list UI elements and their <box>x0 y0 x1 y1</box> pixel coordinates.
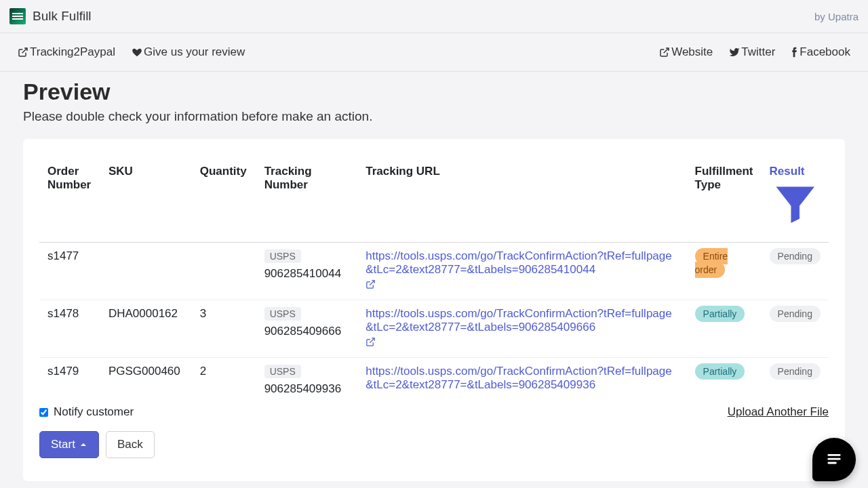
tracking-number: 906285409666 <box>264 325 350 338</box>
svg-line-2 <box>370 281 374 285</box>
cell-fulfillment-type: Entire order <box>687 243 762 300</box>
cell-tracking-url: https://tools.usps.com/go/TrackConfirmAc… <box>357 358 686 403</box>
cell-result: Pending <box>762 300 829 358</box>
app-title: Bulk Fulfill <box>33 9 92 24</box>
result-badge: Pending <box>770 363 821 380</box>
result-badge: Pending <box>770 248 821 264</box>
th-quantity: Quantity <box>192 158 256 243</box>
twitter-icon <box>729 47 740 58</box>
nav-left: Tracking2Paypal Give us your review <box>18 45 245 59</box>
th-tracking-url: Tracking URL <box>357 158 686 243</box>
svg-line-0 <box>22 48 27 53</box>
back-button[interactable]: Back <box>106 431 155 458</box>
cell-quantity: 2 <box>192 358 256 403</box>
preview-card: Order Number SKU Quantity Tracking Numbe… <box>23 139 845 481</box>
app-logo-icon <box>9 8 26 24</box>
cell-fulfillment-type: Partially <box>687 358 762 403</box>
cell-order: s1478 <box>39 300 100 358</box>
footer-row: Notify customer Upload Another File <box>39 405 829 419</box>
page-title: Preview <box>23 79 845 105</box>
th-sku: SKU <box>100 158 192 243</box>
tracking-number: 906285409936 <box>264 382 350 396</box>
facebook-icon <box>791 47 798 58</box>
nav-label: Website <box>671 45 713 59</box>
notify-customer[interactable]: Notify customer <box>39 405 134 419</box>
external-link-icon[interactable] <box>366 337 376 350</box>
th-tracking-number: Tracking Number <box>256 158 358 243</box>
nav-facebook[interactable]: Facebook <box>791 45 850 59</box>
cell-order: s1479 <box>39 358 100 403</box>
cell-result: Pending <box>762 243 829 300</box>
nav-bar: Tracking2Paypal Give us your review Webs… <box>0 33 868 72</box>
th-fulfillment-type: Fulfillment Type <box>687 158 762 243</box>
cell-tracking-url: https://tools.usps.com/go/TrackConfirmAc… <box>357 243 686 300</box>
table-row: s1479PGSG0004602USPS906285409936https://… <box>39 358 829 403</box>
external-link-icon[interactable] <box>366 279 376 293</box>
notify-checkbox[interactable] <box>39 408 48 417</box>
brand: Bulk Fulfill <box>9 8 92 24</box>
action-buttons: Start Back <box>39 431 829 458</box>
cell-tracking-number: USPS906285409936 <box>256 358 358 403</box>
carrier-badge: USPS <box>264 249 301 263</box>
nav-label: Twitter <box>741 45 775 59</box>
nav-website[interactable]: Website <box>659 45 713 59</box>
carrier-badge: USPS <box>264 307 301 321</box>
fulfillment-badge: Entire order <box>695 248 728 278</box>
cell-sku: PGSG000460 <box>100 358 192 403</box>
table-row: s1477USPS906285410044https://tools.usps.… <box>39 243 829 300</box>
cell-tracking-number: USPS906285409666 <box>256 300 358 358</box>
cell-sku: DHA0000162 <box>100 300 192 358</box>
tracking-url-link[interactable]: https://tools.usps.com/go/TrackConfirmAc… <box>366 249 672 276</box>
svg-line-3 <box>370 338 374 343</box>
cell-quantity: 3 <box>192 300 256 358</box>
tracking-number: 906285410044 <box>264 267 350 281</box>
upload-another-file[interactable]: Upload Another File <box>728 405 829 419</box>
table-row: s1478DHA00001623USPS906285409666https://… <box>39 300 829 358</box>
notify-label: Notify customer <box>54 405 134 419</box>
th-order-number: Order Number <box>39 158 100 243</box>
th-result[interactable]: Result <box>762 158 829 243</box>
cell-order: s1477 <box>39 243 100 300</box>
cell-fulfillment-type: Partially <box>687 300 762 358</box>
nav-label: Give us your review <box>144 45 245 59</box>
start-label: Start <box>51 438 75 451</box>
nav-label: Facebook <box>800 45 850 59</box>
preview-table: Order Number SKU Quantity Tracking Numbe… <box>39 158 829 403</box>
external-link-icon <box>659 47 670 58</box>
tracking-url-link[interactable]: https://tools.usps.com/go/TrackConfirmAc… <box>366 365 672 391</box>
cell-sku <box>100 243 192 300</box>
nav-label: Tracking2Paypal <box>30 45 115 59</box>
filter-icon[interactable] <box>770 219 821 232</box>
start-button[interactable]: Start <box>39 431 99 458</box>
page-subtitle: Please double check your information bef… <box>23 109 845 124</box>
chevron-up-icon <box>79 441 87 449</box>
cell-tracking-number: USPS906285410044 <box>256 243 358 300</box>
heart-icon <box>132 47 142 58</box>
nav-right: Website Twitter Facebook <box>659 45 850 59</box>
svg-line-1 <box>664 48 669 53</box>
nav-tracking2paypal[interactable]: Tracking2Paypal <box>18 45 115 59</box>
chat-icon <box>825 449 844 470</box>
result-badge: Pending <box>770 306 821 322</box>
th-result-label: Result <box>770 165 805 178</box>
byline[interactable]: by Upatra <box>814 11 859 22</box>
nav-review[interactable]: Give us your review <box>132 45 245 59</box>
top-header: Bulk Fulfill by Upatra <box>0 0 868 33</box>
carrier-badge: USPS <box>264 365 301 378</box>
nav-twitter[interactable]: Twitter <box>729 45 775 59</box>
tracking-url-link[interactable]: https://tools.usps.com/go/TrackConfirmAc… <box>366 307 672 333</box>
fulfillment-badge: Partially <box>695 306 745 322</box>
chat-widget[interactable] <box>812 438 856 481</box>
fulfillment-badge: Partially <box>695 363 745 380</box>
cell-quantity <box>192 243 256 300</box>
external-link-icon <box>18 47 28 58</box>
cell-tracking-url: https://tools.usps.com/go/TrackConfirmAc… <box>357 300 686 358</box>
page-content: Preview Please double check your informa… <box>0 72 868 488</box>
cell-result: Pending <box>762 358 829 403</box>
